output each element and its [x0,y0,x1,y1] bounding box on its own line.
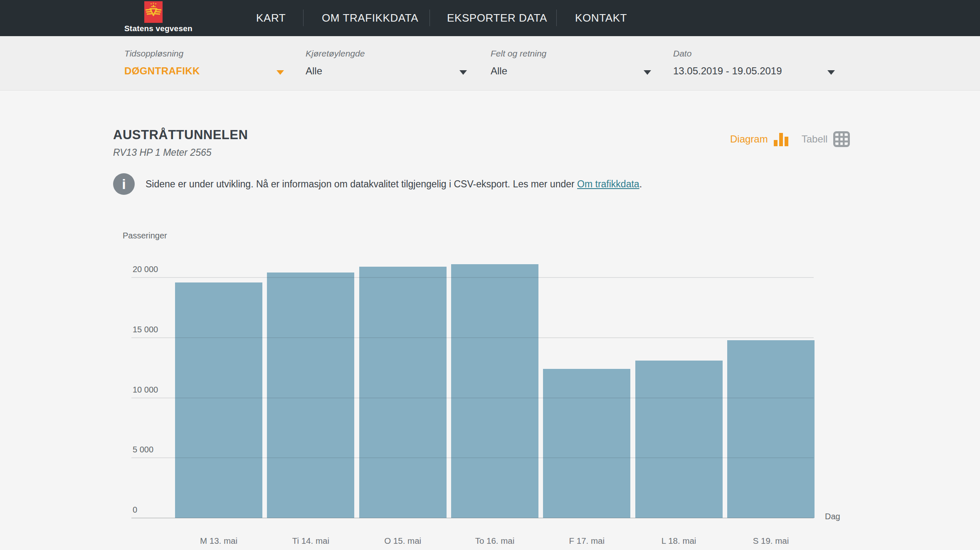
traffic-bar-chart: Passeringer 05 00010 00015 00020 000M 13… [131,231,856,550]
x-axis-label: Dag [825,512,840,521]
nav-item-om-trafikkdata[interactable]: OM TRAFIKKDATA [322,0,418,36]
nav-item-eksporter-data[interactable]: EKSPORTER DATA [447,0,547,36]
y-tick-label: 10 000 [133,385,158,395]
notice-text: Sidene er under utvikling. Nå er informa… [146,179,642,190]
nav-divider [430,10,430,26]
x-tick-label: M 13. mai [200,536,237,546]
gridline [131,277,814,278]
nav-item-kontakt[interactable]: KONTAKT [575,0,627,36]
bar-3[interactable] [359,267,447,518]
nav-divider [303,10,304,26]
notice-text-before: Sidene er under utvikling. Nå er informa… [146,179,577,189]
y-tick-label: 0 [133,505,137,515]
page-title: AUSTRÅTTUNNELEN [113,128,248,142]
tabell-toggle[interactable]: Tabell [802,131,850,147]
om-trafikkdata-link[interactable]: Om trafikkdata [577,179,639,189]
bar-6[interactable] [635,361,723,518]
y-tick-label: 20 000 [133,265,158,274]
x-tick-label: O 15. mai [384,536,421,546]
filter-label: Tidsoppløsning [124,49,183,59]
bar-2[interactable] [267,273,354,518]
bar-7[interactable] [727,340,815,518]
y-tick-label: 15 000 [133,325,158,334]
info-icon: i [113,173,135,195]
filter-value: Alle [491,65,507,77]
chevron-down-icon[interactable] [459,70,467,75]
filter-label: Felt og retning [491,49,546,59]
diagram-toggle-label: Diagram [730,133,768,145]
filter-bar: Tidsoppløsning DØGNTRAFIKK Kjøretøylengd… [0,36,980,91]
bar-4[interactable] [451,264,538,518]
nav-divider [556,10,557,26]
gridline [131,337,814,338]
x-tick-label: L 18. mai [662,536,696,546]
diagram-toggle[interactable]: Diagram [730,132,789,146]
filter-label: Kjøretøylengde [306,49,365,59]
filter-value: 13.05.2019 - 19.05.2019 [673,65,782,77]
filter-value: Alle [306,65,322,77]
filter-label: Dato [673,49,691,59]
table-grid-icon [833,131,850,147]
development-notice: i Sidene er under utvikling. Nå er infor… [113,173,642,195]
bar-chart-icon [773,132,789,146]
page: Statens vegvesen KART OM TRAFIKKDATA EKS… [0,0,980,550]
x-tick-label: Ti 14. mai [292,536,329,546]
station-subtitle: RV13 HP 1 Meter 2565 [113,147,248,158]
plot-area: 05 00010 00015 00020 000M 13. maiTi 14. … [131,231,856,550]
top-navbar: Statens vegvesen KART OM TRAFIKKDATA EKS… [0,0,980,36]
nav-item-kart[interactable]: KART [256,0,286,36]
brand-name: Statens vegvesen [124,24,183,33]
filter-felt-og-retning[interactable]: Felt og retning Alle [491,36,665,91]
gridline [131,398,814,398]
statens-vegvesen-emblem-icon [144,1,163,23]
notice-text-after: . [639,179,642,189]
x-tick-label: To 16. mai [475,536,515,546]
view-toggle: Diagram Tabell [730,130,850,149]
bar-1[interactable] [175,282,262,518]
filter-kjoretoylengde[interactable]: Kjøretøylengde Alle [306,36,480,91]
station-heading: AUSTRÅTTUNNELEN RV13 HP 1 Meter 2565 [113,128,248,158]
tabell-toggle-label: Tabell [802,133,828,145]
gridline [131,457,814,458]
x-axis-line [131,518,814,518]
chevron-down-icon[interactable] [644,70,651,75]
filter-value: DØGNTRAFIKK [124,65,200,77]
bar-5[interactable] [543,369,630,518]
chevron-down-icon[interactable] [827,70,835,75]
filter-dato[interactable]: Dato 13.05.2019 - 19.05.2019 [673,36,848,91]
filter-tidsopplosning[interactable]: Tidsoppløsning DØGNTRAFIKK [124,36,299,91]
logo[interactable]: Statens vegvesen [124,1,183,33]
x-tick-label: F 17. mai [569,536,605,546]
y-tick-label: 5 000 [133,445,153,454]
x-tick-label: S 19. mai [753,536,789,546]
chevron-down-icon[interactable] [276,70,284,75]
